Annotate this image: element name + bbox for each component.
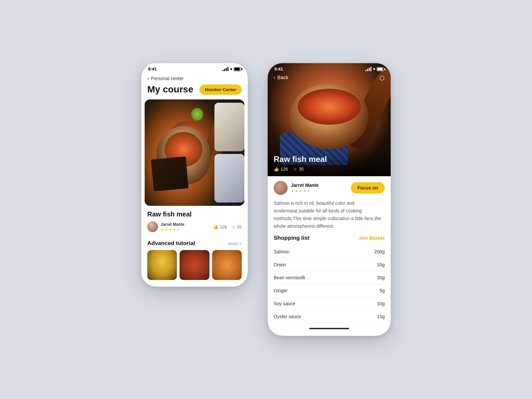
course-main-image — [145, 99, 222, 206]
stars-left: ★ ★ ★ ★ ★ — [161, 227, 184, 232]
back-label-right: Back — [277, 74, 288, 80]
item-qty-0: 200g — [374, 249, 385, 254]
astar-2: ★ — [295, 189, 298, 193]
course-meta: Jarret Mante ★ ★ ★ ★ ★ 👍 126 — [147, 221, 242, 232]
shopping-section: Shopping list Join Basket Salmon 200g On… — [268, 235, 391, 323]
tutorial-thumb-2[interactable] — [180, 250, 209, 280]
course-card[interactable] — [145, 99, 244, 206]
author-section: Jarret Mante ★ ★ ★ ★ ★ Focus on — [268, 176, 391, 198]
favorites-count-left: 35 — [237, 224, 242, 229]
signal-icon — [222, 67, 228, 71]
shopping-item: Salmon 200g — [274, 245, 385, 258]
chef-row: Jarret Mante ★ ★ ★ ★ ★ — [147, 221, 184, 232]
share-button[interactable]: ⬡ — [379, 74, 385, 82]
shopping-item: Bean vermicelli 30g — [274, 271, 385, 284]
shopping-item: Oyster sauce 15g — [274, 310, 385, 323]
item-qty-2: 30g — [377, 275, 385, 280]
right-phone: Raw fish meal 👍 126 ☆ 35 — [268, 63, 391, 336]
item-qty-4: 10g — [377, 301, 385, 306]
status-bar-right: 9:41 ▾ — [268, 63, 391, 73]
item-qty-5: 15g — [377, 314, 385, 319]
item-qty-1: 10g — [377, 262, 385, 267]
hero-area: Raw fish meal 👍 126 ☆ 35 — [268, 63, 391, 176]
author-left: Jarret Mante ★ ★ ★ ★ ★ — [274, 181, 319, 195]
status-icons-right: ▾ — [365, 67, 384, 71]
author-stars: ★ ★ ★ ★ ★ — [291, 189, 319, 193]
astar-3: ★ — [299, 189, 302, 193]
shopping-item: Onion 10g — [274, 258, 385, 271]
hero-likes-count: 126 — [281, 167, 288, 172]
tutorial-grid — [141, 250, 248, 287]
lime-decoration — [191, 108, 203, 121]
time-left: 9:41 — [148, 66, 157, 71]
phones-container: 9:41 ▾ ‹ Personal center My course Membe… — [128, 50, 404, 349]
stack-item-2 — [214, 154, 244, 202]
back-button-right[interactable]: ‹ Back — [274, 74, 288, 80]
back-chevron-right: ‹ — [274, 74, 275, 80]
wifi-icon-right: ▾ — [373, 67, 375, 71]
description-text: Salmon is rich in oil, beautiful color a… — [268, 198, 391, 235]
hero-like-icon: 👍 — [274, 167, 279, 172]
course-title-left: Raw fish meal — [147, 210, 242, 218]
chef-avatar-left — [147, 221, 158, 232]
course-card-stack — [214, 103, 244, 202]
shopping-title: Shopping list — [274, 235, 310, 241]
signal-icon-right — [365, 67, 371, 71]
hero-bowl — [290, 83, 369, 149]
page-title-left: My course — [147, 84, 194, 95]
item-name-1: Onion — [274, 262, 286, 267]
item-name-4: Soy sauce — [274, 301, 295, 306]
focus-button[interactable]: Focus on — [351, 182, 385, 194]
battery-icon — [234, 67, 241, 71]
tutorial-thumb-3[interactable] — [212, 250, 242, 280]
item-name-3: Ginger — [274, 288, 288, 293]
hero-fav-count: 35 — [299, 167, 304, 172]
hero-favorites[interactable]: ☆ 35 — [293, 167, 304, 172]
chef-name-left: Jarret Mante — [161, 222, 184, 227]
star-5: ★ — [177, 227, 180, 232]
shopping-header: Shopping list Join Basket — [274, 235, 385, 241]
join-basket-button[interactable]: Join Basket — [358, 235, 385, 241]
chevron-left-icon: ‹ — [147, 75, 149, 81]
astar-1: ★ — [291, 189, 294, 193]
star-1: ★ — [161, 227, 164, 232]
likes-left[interactable]: 👍 126 — [213, 224, 227, 229]
item-qty-3: 5g — [379, 288, 385, 293]
time-right: 9:41 — [274, 66, 283, 71]
author-avatar-right — [274, 181, 288, 195]
more-button[interactable]: more > — [228, 241, 242, 246]
likes-count-left: 126 — [220, 224, 227, 229]
tutorial-thumb-1[interactable] — [147, 250, 177, 280]
astar-4: ★ — [303, 189, 306, 193]
shopping-item: Ginger 5g — [274, 284, 385, 297]
hero-likes[interactable]: 👍 126 — [274, 167, 288, 172]
status-bar-left: 9:41 ▾ — [141, 63, 248, 73]
right-phone-inner: Raw fish meal 👍 126 ☆ 35 — [268, 63, 391, 336]
hero-overlay: Raw fish meal 👍 126 ☆ 35 — [268, 149, 391, 176]
right-nav: 9:41 ▾ ‹ — [268, 63, 391, 76]
battery-icon-right — [377, 67, 384, 71]
course-info: Raw fish meal Jarret Mante ★ ★ ★ ★ ★ — [141, 206, 248, 235]
hero-fav-icon: ☆ — [293, 167, 297, 172]
hero-title: Raw fish meal — [274, 155, 385, 164]
advanced-title: Advanced tutorial — [147, 240, 195, 247]
like-icon: 👍 — [213, 224, 218, 229]
back-button-left[interactable]: ‹ Personal center — [141, 73, 248, 83]
bowl-image — [156, 126, 211, 185]
member-center-button[interactable]: Member Center — [200, 84, 242, 95]
favorite-icon: ☆ — [232, 224, 236, 229]
status-icons-left: ▾ — [222, 67, 241, 71]
item-name-0: Salmon — [274, 249, 289, 254]
left-phone: 9:41 ▾ ‹ Personal center My course Membe… — [141, 63, 248, 287]
stack-item-1 — [214, 103, 244, 151]
star-3: ★ — [169, 227, 172, 232]
header-left: My course Member Center — [141, 83, 248, 99]
favorites-left[interactable]: ☆ 35 — [232, 224, 242, 229]
hero-actions: 👍 126 ☆ 35 — [274, 167, 385, 172]
item-name-2: Bean vermicelli — [274, 275, 305, 280]
star-2: ★ — [165, 227, 168, 232]
star-4: ★ — [173, 227, 176, 232]
advanced-section-header: Advanced tutorial more > — [141, 235, 248, 250]
wifi-icon: ▾ — [230, 67, 232, 71]
author-info: Jarret Mante ★ ★ ★ ★ ★ — [291, 183, 319, 193]
